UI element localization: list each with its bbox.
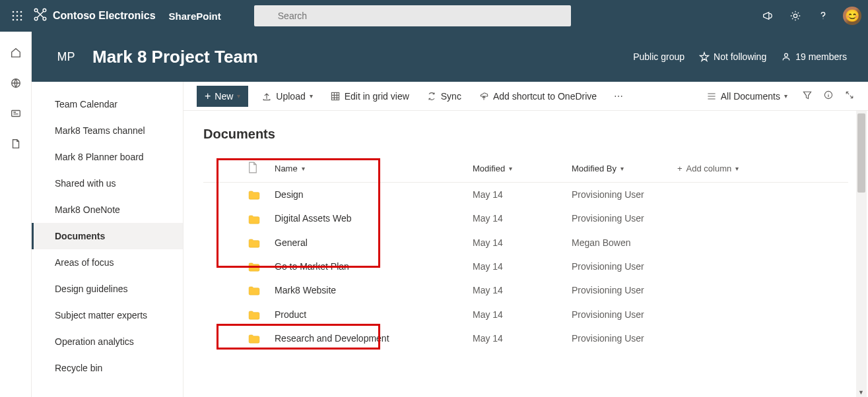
folder-icon: [243, 255, 269, 278]
table-row[interactable]: Research and DevelopmentMay 14Provisioni…: [203, 326, 848, 350]
info-icon[interactable]: [823, 90, 834, 102]
rail-news[interactable]: [8, 106, 24, 121]
row-name[interactable]: Product: [269, 302, 467, 326]
sync-label: Sync: [441, 91, 461, 102]
editgrid-label: Edit in grid view: [345, 91, 409, 102]
chevron-down-icon: ▾: [620, 165, 624, 172]
search-input[interactable]: [254, 5, 571, 26]
svg-point-6: [13, 19, 15, 21]
view-selector[interactable]: All Documents ▾: [702, 88, 791, 104]
follow-label: Not following: [714, 51, 766, 62]
chevron-down-icon: ▾: [237, 92, 240, 100]
new-button[interactable]: + New ▾: [197, 86, 248, 107]
leftnav-item-10[interactable]: Recycle bin: [32, 355, 183, 381]
folder-icon: [243, 231, 269, 255]
leftnav-item-3[interactable]: Shared with us: [32, 170, 183, 197]
col-name-header[interactable]: Name▾: [275, 164, 462, 173]
app-launcher[interactable]: [7, 0, 28, 32]
site-title[interactable]: Mark 8 Project Team: [92, 47, 258, 67]
folder-icon: [243, 206, 269, 230]
avatar[interactable]: 😊: [843, 7, 861, 25]
row-modifiedby: Provisioning User: [566, 206, 672, 230]
leftnav-item-documents[interactable]: Documents: [32, 223, 183, 249]
app-name[interactable]: SharePoint: [169, 11, 221, 22]
row-name[interactable]: Mark8 Website: [269, 278, 467, 302]
leftnav-item-0[interactable]: Team Calendar: [32, 91, 183, 117]
row-name[interactable]: Go to Market Plan: [269, 255, 467, 278]
chevron-down-icon: ▾: [784, 92, 787, 100]
svg-rect-16: [11, 111, 20, 117]
chevron-down-icon: ▾: [310, 92, 313, 100]
folder-icon: [243, 302, 269, 326]
members-button[interactable]: 19 members: [781, 51, 847, 62]
svg-point-0: [13, 11, 15, 13]
row-name[interactable]: Design: [269, 183, 467, 207]
svg-point-2: [20, 11, 22, 13]
upload-button[interactable]: Upload ▾: [257, 88, 316, 104]
row-modifiedby: Provisioning User: [566, 278, 672, 302]
col-modified-header[interactable]: Modified▾: [473, 164, 561, 173]
org-logo[interactable]: Contoso Electronics: [33, 7, 156, 25]
leftnav-item-4[interactable]: Mark8 OneNote: [32, 197, 183, 223]
row-modified: May 14: [467, 326, 566, 350]
view-label: All Documents: [721, 91, 780, 102]
svg-point-1: [17, 11, 18, 13]
svg-point-9: [34, 9, 38, 12]
row-name[interactable]: Research and Development: [269, 326, 467, 350]
table-row[interactable]: ProductMay 14Provisioning User: [203, 302, 848, 326]
svg-point-5: [20, 15, 22, 17]
leftnav-item-6[interactable]: Areas of focus: [32, 249, 183, 276]
table-row[interactable]: Mark8 WebsiteMay 14Provisioning User: [203, 278, 848, 302]
site-visibility: Public group: [633, 51, 684, 62]
svg-point-7: [17, 19, 18, 21]
leftnav-item-1[interactable]: Mark8 Teams channel: [32, 117, 183, 144]
svg-point-4: [17, 15, 18, 17]
drone-icon: [33, 7, 48, 25]
rail-globe[interactable]: [8, 75, 24, 91]
svg-point-17: [785, 53, 788, 57]
filter-icon[interactable]: [802, 90, 813, 102]
leftnav-item-8[interactable]: Subject matter experts: [32, 302, 183, 328]
library-title: Documents: [203, 127, 848, 142]
folder-icon: [243, 326, 269, 350]
svg-point-12: [43, 17, 46, 20]
row-modified: May 14: [467, 231, 566, 255]
add-column-button[interactable]: +Add column▾: [677, 164, 843, 173]
rail-files[interactable]: [8, 136, 24, 152]
sync-button[interactable]: Sync: [422, 88, 465, 104]
svg-rect-18: [331, 92, 339, 100]
col-modifiedby-header[interactable]: Modified By▾: [572, 164, 667, 173]
expand-icon[interactable]: [844, 90, 855, 102]
folder-icon: [243, 183, 269, 207]
table-row[interactable]: GeneralMay 14Megan Bowen: [203, 231, 848, 255]
table-row[interactable]: Go to Market PlanMay 14Provisioning User: [203, 255, 848, 278]
scroll-down-icon[interactable]: ▼: [858, 389, 864, 396]
help-icon[interactable]: [815, 8, 831, 24]
megaphone-icon[interactable]: [760, 8, 776, 24]
leftnav-item-7[interactable]: Design guidelines: [32, 276, 183, 302]
site-logo[interactable]: MP: [53, 44, 79, 70]
gear-icon[interactable]: [787, 8, 803, 24]
app-rail: [0, 32, 32, 397]
col-type-header[interactable]: [243, 155, 269, 183]
leftnav-item-2[interactable]: Mark 8 Planner board: [32, 144, 183, 170]
row-name[interactable]: General: [269, 231, 467, 255]
rail-home[interactable]: [8, 45, 24, 61]
scrollbar-thumb[interactable]: [857, 113, 865, 193]
scrollbar[interactable]: ▲ ▼: [856, 111, 867, 397]
row-modified: May 14: [467, 278, 566, 302]
table-row[interactable]: DesignMay 14Provisioning User: [203, 183, 848, 207]
leftnav-item-9[interactable]: Operation analytics: [32, 328, 183, 355]
folder-icon: [243, 278, 269, 302]
row-modified: May 14: [467, 183, 566, 207]
chevron-down-icon: ▾: [302, 165, 305, 172]
row-modified: May 14: [467, 206, 566, 230]
more-commands[interactable]: ⋯: [610, 88, 627, 104]
chevron-down-icon: ▾: [509, 165, 512, 172]
follow-button[interactable]: Not following: [699, 51, 766, 62]
editgrid-button[interactable]: Edit in grid view: [326, 88, 413, 104]
row-name[interactable]: Digital Assets Web: [269, 206, 467, 230]
shortcut-button[interactable]: Add shortcut to OneDrive: [475, 88, 601, 104]
row-modifiedby: Provisioning User: [566, 255, 672, 278]
table-row[interactable]: Digital Assets WebMay 14Provisioning Use…: [203, 206, 848, 230]
